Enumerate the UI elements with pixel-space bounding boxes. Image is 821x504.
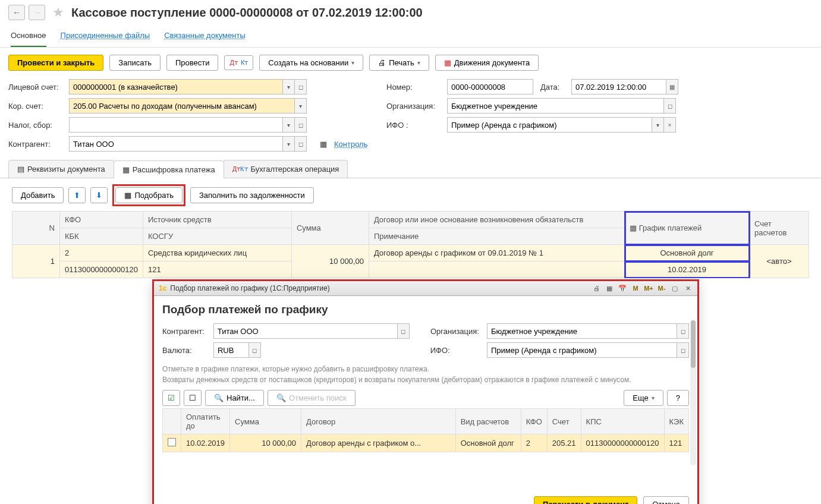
contragent-label: Контрагент: bbox=[8, 140, 62, 149]
move-down-button[interactable]: ⬇ bbox=[90, 187, 108, 203]
save-button[interactable]: Записать bbox=[109, 55, 161, 71]
tab-accounting-operation[interactable]: ДᴛКᴛБухгалтерская операция bbox=[224, 160, 348, 178]
printer-icon: 🖨 bbox=[378, 58, 386, 67]
cell-kfo: 2 bbox=[60, 245, 143, 262]
main-toolbar: Провести и закрыть Записать Провести ДᴛК… bbox=[0, 48, 821, 77]
cell-kbk: 01130000000000120 bbox=[60, 262, 143, 278]
cell-sum: 10 000,00 bbox=[291, 245, 369, 278]
ifo-label: ИФО : bbox=[386, 121, 440, 130]
number-input[interactable] bbox=[447, 79, 533, 94]
tab-related-docs[interactable]: Связанные документы bbox=[164, 27, 246, 47]
post-button[interactable]: Провести bbox=[166, 55, 219, 71]
nav-forward-button[interactable]: → bbox=[29, 5, 45, 20]
highlight-pick-button: ▦Подобрать bbox=[112, 184, 185, 206]
fill-by-debt-button[interactable]: Заполнить по задолженности bbox=[190, 187, 314, 203]
cell-note bbox=[369, 262, 624, 278]
nav-back-button[interactable]: ← bbox=[8, 5, 25, 20]
calendar-small-icon: ▦ bbox=[124, 191, 131, 200]
account-dropdown-icon[interactable]: ▾ bbox=[283, 79, 295, 94]
ifo-input[interactable] bbox=[447, 117, 652, 133]
favorite-star-icon[interactable]: ★ bbox=[52, 5, 64, 20]
create-based-on-button[interactable]: Создать на основании bbox=[259, 55, 363, 71]
col-n: N bbox=[12, 212, 60, 245]
col-contract: Договор или иное основание возникновения… bbox=[369, 212, 624, 228]
number-label: Номер: bbox=[386, 83, 440, 92]
account-input[interactable] bbox=[69, 79, 283, 94]
table-row-sub[interactable]: 01130000000000120 121 10.02.2019 bbox=[12, 262, 809, 278]
calendar-header-icon: ▦ bbox=[630, 223, 637, 232]
move-up-button[interactable]: ⬆ bbox=[68, 187, 86, 203]
page-title: Кассовое поступление 0000-00000008 от 07… bbox=[71, 6, 423, 20]
add-row-button[interactable]: Добавить bbox=[12, 187, 64, 203]
tab-requisites[interactable]: ▤Реквизиты документа bbox=[8, 160, 114, 178]
arrow-up-icon: ⬆ bbox=[74, 191, 80, 200]
corr-label: Кор. счет: bbox=[8, 102, 62, 111]
dt-kt-icon: ДᴛКᴛ bbox=[232, 165, 248, 173]
cell-src: Средства юридических лиц bbox=[143, 245, 291, 262]
corr-dropdown-icon[interactable]: ▾ bbox=[295, 98, 307, 114]
cell-kosgu: 121 bbox=[143, 262, 291, 278]
contragent-open-icon[interactable]: ◻ bbox=[295, 136, 307, 152]
table-row[interactable]: 1 2 Средства юридических лиц 10 000,00 Д… bbox=[12, 245, 809, 262]
corr-input[interactable] bbox=[69, 98, 295, 114]
post-and-close-button[interactable]: Провести и закрыть bbox=[8, 55, 103, 71]
table-toolbar: Добавить ⬆ ⬇ ▦Подобрать Заполнить по зад… bbox=[0, 178, 821, 211]
calendar-icon: ▦ bbox=[320, 140, 327, 149]
contragent-input[interactable] bbox=[69, 136, 283, 152]
document-movements-button[interactable]: ▦Движения документа bbox=[435, 55, 539, 71]
date-label: Дата: bbox=[540, 83, 564, 92]
arrow-down-icon: ⬇ bbox=[96, 191, 102, 200]
org-open-icon[interactable]: ◻ bbox=[664, 98, 676, 114]
contragent-dropdown-icon[interactable]: ▾ bbox=[283, 136, 295, 152]
tax-label: Налог, сбор: bbox=[8, 121, 62, 130]
date-input[interactable] bbox=[571, 79, 666, 94]
print-button[interactable]: 🖨Печать bbox=[369, 55, 429, 71]
cell-acc: <авто> bbox=[750, 245, 809, 278]
col-src: Источник средств bbox=[143, 212, 291, 228]
tab-payment-details[interactable]: ▦Расшифровка платежа bbox=[114, 160, 224, 178]
col-sum: Сумма bbox=[291, 212, 369, 245]
document-icon: ▤ bbox=[17, 165, 24, 174]
cell-contract: Договор аренды с графиком от 09.01.2019 … bbox=[369, 245, 624, 262]
cell-schedule2: 10.02.2019 bbox=[625, 262, 750, 278]
ifo-dropdown-icon[interactable]: ▾ bbox=[652, 117, 664, 133]
tab-main[interactable]: Основное bbox=[11, 27, 46, 47]
cell-schedule1: Основной долг bbox=[625, 245, 750, 262]
col-schedule: ▦ График платежей bbox=[625, 212, 750, 245]
col-kbk: КБК bbox=[60, 228, 143, 245]
tax-input[interactable] bbox=[69, 117, 283, 133]
cell-n: 1 bbox=[12, 245, 60, 278]
ifo-clear-icon[interactable]: × bbox=[664, 117, 676, 133]
table-icon: ▦ bbox=[122, 165, 130, 174]
detail-tabs: ▤Реквизиты документа ▦Расшифровка платеж… bbox=[0, 160, 821, 178]
pick-button[interactable]: ▦Подобрать bbox=[115, 187, 182, 203]
account-open-icon[interactable]: ◻ bbox=[295, 79, 307, 94]
col-kfo: КФО bbox=[60, 212, 143, 228]
tab-attached-files[interactable]: Присоединенные файлы bbox=[61, 27, 150, 47]
tax-open-icon[interactable]: ◻ bbox=[295, 117, 307, 133]
org-input[interactable] bbox=[447, 98, 664, 114]
col-note: Примечание bbox=[369, 228, 624, 245]
payment-details-table: N КФО Источник средств Сумма Договор или… bbox=[12, 211, 809, 278]
section-tabs: Основное Присоединенные файлы Связанные … bbox=[0, 23, 821, 48]
report-icon: ▦ bbox=[444, 58, 451, 67]
date-picker-icon[interactable]: ▦ bbox=[666, 79, 678, 94]
control-link[interactable]: Контроль bbox=[334, 140, 367, 149]
col-acc: Счет расчетов bbox=[750, 212, 809, 245]
account-label: Лицевой счет: bbox=[8, 83, 62, 92]
tax-dropdown-icon[interactable]: ▾ bbox=[283, 117, 295, 133]
org-label: Организация: bbox=[386, 102, 440, 111]
dt-kt-icon-button[interactable]: ДᴛКᴛ bbox=[224, 55, 253, 70]
col-kosgu: КОСГУ bbox=[143, 228, 291, 245]
